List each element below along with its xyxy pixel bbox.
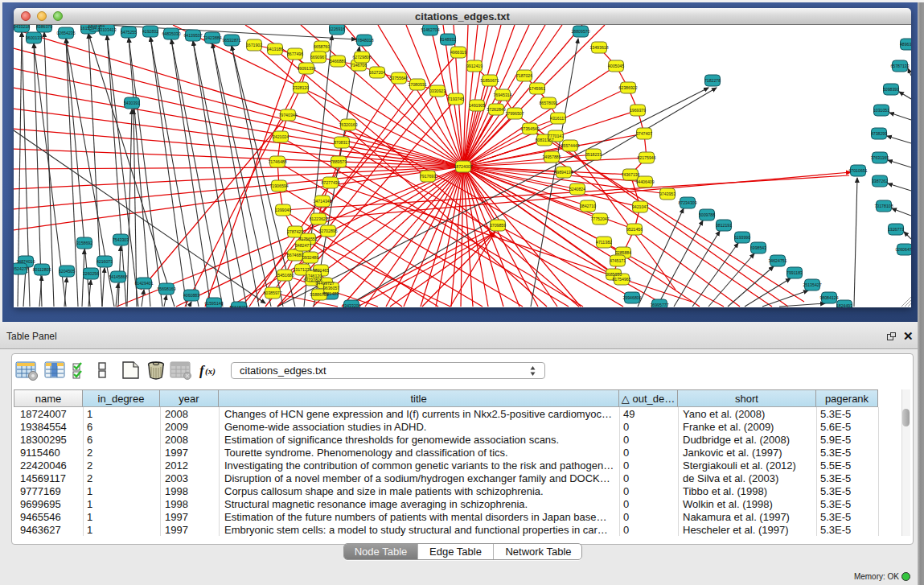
svg-text:01429401: 01429401 xyxy=(134,281,153,286)
svg-text:5466889: 5466889 xyxy=(330,59,346,64)
svg-text:74367136: 74367136 xyxy=(621,172,639,177)
svg-text:13171274: 13171274 xyxy=(293,267,311,272)
svg-text:8386379: 8386379 xyxy=(36,25,52,29)
svg-text:9743953: 9743953 xyxy=(659,192,676,196)
svg-text:9912419: 9912419 xyxy=(466,64,483,68)
svg-text:28809570: 28809570 xyxy=(571,29,589,34)
svg-text:6204505: 6204505 xyxy=(59,269,75,274)
svg-text:4005045: 4005045 xyxy=(608,64,624,68)
svg-text:3747407: 3747407 xyxy=(636,131,652,136)
svg-text:4216073: 4216073 xyxy=(97,259,113,264)
svg-text:9521456: 9521456 xyxy=(626,227,643,232)
svg-text:5674680: 5674680 xyxy=(287,253,303,257)
svg-text:2328120: 2328120 xyxy=(293,85,309,90)
svg-text:9421047: 9421047 xyxy=(632,204,648,209)
svg-text:49894134: 49894134 xyxy=(554,170,573,175)
svg-text:7770143: 7770143 xyxy=(548,134,564,138)
svg-text:18724007: 18724007 xyxy=(454,164,472,169)
svg-text:97848018: 97848018 xyxy=(355,38,373,43)
svg-text:76945314: 76945314 xyxy=(493,93,511,97)
svg-text:64835030: 64835030 xyxy=(162,31,180,36)
svg-text:72423884: 72423884 xyxy=(203,35,221,40)
svg-text:00524278: 00524278 xyxy=(14,266,29,271)
svg-text:4966319: 4966319 xyxy=(450,50,466,55)
svg-text:(x): (x) xyxy=(205,366,216,377)
svg-text:17080531: 17080531 xyxy=(408,82,426,87)
svg-text:51850671: 51850671 xyxy=(480,78,499,83)
svg-text:34874016: 34874016 xyxy=(16,259,35,264)
svg-text:6658760: 6658760 xyxy=(314,44,330,49)
svg-text:0812191: 0812191 xyxy=(716,223,732,228)
svg-text:4192832: 4192832 xyxy=(142,29,158,34)
svg-text:34957885: 34957885 xyxy=(542,154,561,159)
svg-text:71906594: 71906594 xyxy=(269,183,288,188)
svg-text:62729806: 62729806 xyxy=(352,55,371,60)
svg-text:1226916: 1226916 xyxy=(329,27,345,31)
svg-text:3387262: 3387262 xyxy=(872,179,888,183)
svg-text:7187026: 7187026 xyxy=(516,73,532,78)
svg-text:5098393: 5098393 xyxy=(883,87,899,92)
svg-text:93103413: 93103413 xyxy=(97,27,116,32)
svg-text:3482477: 3482477 xyxy=(295,243,311,248)
svg-text:60385977: 60385977 xyxy=(263,290,281,295)
svg-text:8148932: 8148932 xyxy=(440,37,456,42)
svg-text:9636057: 9636057 xyxy=(323,286,339,290)
svg-text:57262849: 57262849 xyxy=(487,107,505,112)
svg-text:1491905: 1491905 xyxy=(469,103,485,108)
svg-text:5240824: 5240824 xyxy=(569,187,585,192)
svg-text:37996507: 37996507 xyxy=(505,111,524,116)
svg-text:1745961: 1745961 xyxy=(529,86,545,91)
svg-text:6998543: 6998543 xyxy=(750,245,766,250)
svg-text:29946804: 29946804 xyxy=(622,295,641,300)
svg-text:77752047: 77752047 xyxy=(590,216,609,221)
svg-text:5009788: 5009788 xyxy=(699,212,715,217)
svg-text:1746120: 1746120 xyxy=(306,274,322,278)
svg-text:82175946: 82175946 xyxy=(637,155,655,160)
svg-text:36995777: 36995777 xyxy=(650,303,668,307)
svg-text:3709859: 3709859 xyxy=(490,223,506,228)
svg-text:0330923: 0330923 xyxy=(429,89,446,93)
svg-text:3158692: 3158692 xyxy=(76,241,92,245)
svg-text:5430391: 5430391 xyxy=(124,101,140,105)
svg-text:55698169: 55698169 xyxy=(157,286,175,291)
svg-text:13493618: 13493618 xyxy=(589,45,608,50)
svg-text:62702895: 62702895 xyxy=(318,229,337,233)
svg-text:4745171: 4745171 xyxy=(610,258,626,263)
svg-text:65648236: 65648236 xyxy=(229,305,248,307)
svg-text:98084124: 98084124 xyxy=(819,295,838,300)
svg-text:2787429: 2787429 xyxy=(287,229,303,234)
svg-text:37631165: 37631165 xyxy=(871,155,889,160)
svg-text:6475255: 6475255 xyxy=(121,30,137,35)
svg-text:0842710: 0842710 xyxy=(580,204,596,208)
svg-text:7991183: 7991183 xyxy=(786,270,803,275)
svg-text:61595148: 61595148 xyxy=(204,301,223,306)
svg-text:65787133: 65787133 xyxy=(890,64,909,68)
svg-text:81754965: 81754965 xyxy=(612,277,630,282)
svg-text:8677496: 8677496 xyxy=(287,51,303,56)
svg-text:51462704: 51462704 xyxy=(421,27,439,32)
svg-text:1671902: 1671902 xyxy=(246,43,262,47)
svg-text:4896383: 4896383 xyxy=(900,42,911,47)
svg-text:34714345: 34714345 xyxy=(313,199,331,204)
svg-text:9821465: 9821465 xyxy=(313,268,329,273)
svg-text:7346706: 7346706 xyxy=(351,63,367,68)
svg-text:0433218: 0433218 xyxy=(14,25,30,29)
svg-text:9413186: 9413186 xyxy=(267,47,283,51)
svg-text:86578091: 86578091 xyxy=(539,101,557,105)
svg-text:7193745: 7193745 xyxy=(448,97,464,101)
svg-text:76320163: 76320163 xyxy=(339,122,357,127)
svg-text:1031051: 1031051 xyxy=(873,108,889,113)
svg-text:7889579: 7889579 xyxy=(331,159,347,164)
svg-text:4316117: 4316117 xyxy=(550,116,566,121)
svg-text:4711382: 4711382 xyxy=(596,240,612,245)
svg-text:8708317: 8708317 xyxy=(334,140,350,145)
svg-text:15451680: 15451680 xyxy=(275,273,294,278)
svg-text:73178108: 73178108 xyxy=(874,204,893,208)
svg-text:53755646: 53755646 xyxy=(389,76,408,80)
svg-text:3518233: 3518233 xyxy=(585,152,602,157)
svg-text:2260256: 2260256 xyxy=(83,271,99,276)
svg-text:99091334: 99091334 xyxy=(297,66,315,71)
svg-text:4738299: 4738299 xyxy=(871,131,887,136)
svg-text:71746488: 71746488 xyxy=(268,159,286,164)
svg-text:94406409: 94406409 xyxy=(635,179,654,184)
